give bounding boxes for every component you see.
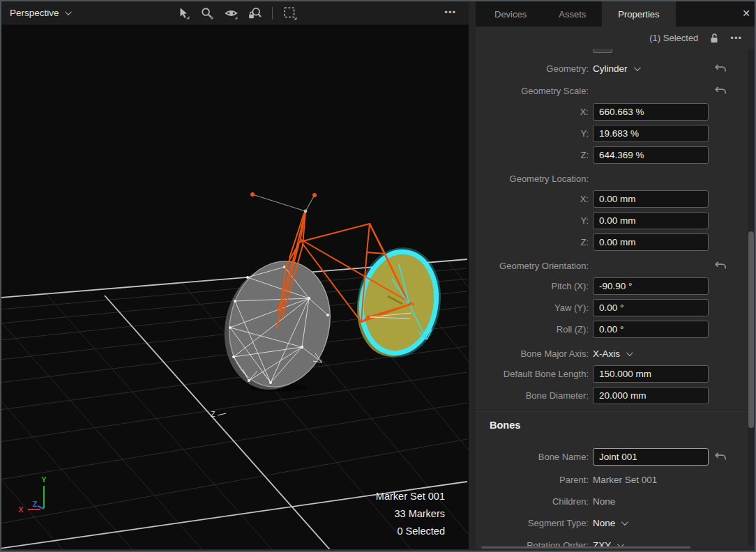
marquee-icon [283,6,297,20]
section-divider [476,411,756,412]
property-row-geometry-location: Geometry Location: [476,170,746,187]
overlay-asset-name: Marker Set 001 [376,488,445,505]
gizmo-z-label: Z [33,500,38,508]
property-row-location-y: Y: [476,212,746,229]
reset-icon[interactable] [714,85,727,98]
segment-type-dropdown[interactable]: None [593,518,615,528]
tab-devices[interactable]: Devices [478,1,543,26]
eye-icon [225,7,238,20]
unlock-icon[interactable] [709,33,719,43]
panel-tab-bar: Devices Assets Properties ✕ [476,1,756,26]
overlay-selected-count: 0 Selected [376,523,445,540]
chevron-down-icon [621,519,628,526]
axis-gizmo: Y X Z [18,475,47,514]
chevron-down-icon [626,349,633,356]
selection-overlay: Marker Set 001 33 Markers 0 Selected [376,488,445,540]
property-row-segment-type: Segment Type: None [476,514,746,532]
cursor-icon [177,7,190,20]
close-icon[interactable]: ✕ [742,8,750,19]
select-tool-button[interactable] [176,6,191,21]
bone-name-input[interactable] [593,448,709,466]
property-row-bone-name: Bone Name: [476,448,746,466]
pitch-input[interactable] [593,277,709,295]
property-row-pitch: Pitch (X): [476,277,746,295]
magnifier-icon [201,7,213,20]
chevron-down-icon [65,8,72,15]
parent-value: Marker Set 001 [593,475,657,485]
viewport-toolbar: Perspective [1,1,469,25]
stem-junction-dot [304,210,308,213]
reset-icon[interactable] [714,451,727,463]
chevron-down-icon [633,64,640,71]
property-row-bone-diameter: Bone Diameter: [476,387,746,404]
property-row-children: Children: None [476,493,746,510]
property-row-location-z: Z: [476,233,746,251]
zoom-tool-button[interactable] [199,6,215,21]
selection-status: (1) Selected [649,33,698,43]
toolbar-divider [272,7,273,20]
location-x-input[interactable] [593,190,709,208]
bone-diameter-input[interactable] [593,387,709,404]
lock-magnifier-icon [248,7,262,20]
reset-icon[interactable] [714,63,727,75]
property-row-scale-x: X: [476,103,746,121]
bones-section-header: Bones [490,420,520,431]
reset-icon[interactable] [714,260,727,273]
property-row-geometry: Geometry: Cylinder [476,60,746,77]
property-row-scale-y: Y: [476,125,746,142]
property-row-roll: Roll (Z): [476,321,746,338]
lock-zoom-tool-button[interactable] [247,6,262,21]
panel-scrollbar[interactable] [748,49,755,546]
floor-z-label: Z [211,410,216,418]
clipped-control [593,49,612,53]
tab-assets[interactable]: Assets [543,1,602,26]
selection-header: (1) Selected ••• [476,26,756,49]
property-row-geometry-orientation: Geometry Orientation: [476,257,746,275]
roll-input[interactable] [593,321,709,338]
floor-z-tick [218,413,226,415]
viewport-3d[interactable]: Z [1,1,469,549]
scale-z-input[interactable] [593,146,709,164]
marquee-select-tool-button[interactable] [282,6,298,21]
gizmo-x-label: X [18,505,24,514]
tab-properties[interactable]: Properties [602,1,675,26]
camera-view-dropdown[interactable]: Perspective [10,8,70,18]
property-row-geometry-scale: Geometry Scale: [476,82,746,100]
location-z-input[interactable] [593,233,709,251]
default-bone-length-input[interactable] [593,365,709,383]
panel-scrollbar-thumb[interactable] [748,231,754,428]
camera-view-label: Perspective [10,8,59,18]
bone-major-axis-dropdown[interactable]: X-Axis [593,348,620,359]
property-row-bone-major-axis: Bone Major Axis: X-Axis [476,345,746,362]
panel-horizontal-scrollbar[interactable] [481,546,690,549]
location-y-input[interactable] [593,212,709,229]
application-window: Z [0,0,756,552]
property-row-scale-z: Z: [476,146,746,164]
visibility-tool-button[interactable] [223,6,239,21]
scale-y-input[interactable] [593,125,709,142]
yaw-input[interactable] [593,299,709,316]
property-row-default-bone-length: Default Bone Length: [476,365,746,383]
scene-canvas[interactable]: Z [1,1,469,549]
gizmo-y-label: Y [41,475,47,484]
property-row-yaw: Yaw (Y): [476,299,746,316]
overlay-marker-count: 33 Markers [376,505,445,523]
scale-x-input[interactable] [593,103,709,121]
property-row-location-x: X: [476,190,746,208]
properties-scroll-area[interactable]: Geometry: Cylinder Geometry Scale: X: Y:… [476,49,756,549]
viewport-more-button[interactable]: ••• [444,7,456,17]
geometry-dropdown[interactable]: Cylinder [593,63,628,74]
property-row-parent: Parent: Marker Set 001 [476,471,746,489]
properties-panel: Devices Assets Properties ✕ (1) Selected… [476,1,756,549]
panel-more-button[interactable]: ••• [730,33,742,43]
children-value: None [593,496,615,507]
